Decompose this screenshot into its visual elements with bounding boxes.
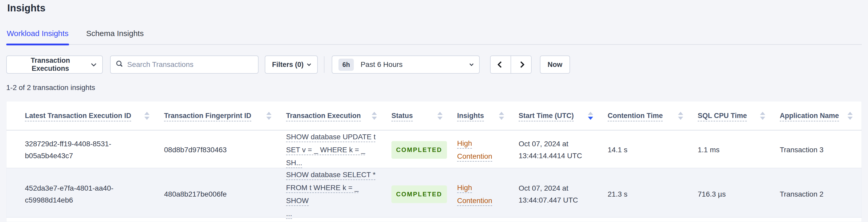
sort-icon: [678, 112, 683, 120]
insight-link-high-contention[interactable]: High Contention: [457, 181, 504, 207]
insight-link-high-contention[interactable]: High Contention: [457, 137, 504, 163]
toolbar: Transaction Executions Filters (0) 6h Pa…: [6, 56, 862, 74]
insights-table-card: Latest Transaction Execution ID Transact…: [6, 101, 862, 222]
search-box: [110, 56, 258, 74]
chevron-down-icon: [307, 62, 311, 66]
contention-time: 14.1 s: [608, 144, 698, 156]
time-step-buttons: [490, 56, 532, 74]
time-range-label: Past 6 Hours: [361, 60, 403, 69]
sort-icon: [499, 112, 504, 120]
transaction-fingerprint-id: 08d8b7d97f830463: [164, 144, 286, 156]
contention-time: 21.3 s: [608, 188, 698, 200]
tab-schema-insights[interactable]: Schema Insights: [86, 28, 144, 44]
application-name: Transaction 3: [780, 144, 855, 156]
latest-transaction-execution-id: 452da3e7-e7fa-4801-aa40-c59988d14eb6: [25, 182, 164, 206]
tab-workload-insights[interactable]: Workload Insights: [6, 28, 69, 44]
table-header-row: Latest Transaction Execution ID Transact…: [6, 101, 862, 130]
time-range-picker[interactable]: 6h Past 6 Hours: [332, 56, 480, 74]
start-time: Oct 07, 2024 at 13:44:07.447 UTC: [519, 182, 608, 206]
transaction-execution-link[interactable]: SHOW database UPDATE t SET v = _ WHERE k…: [286, 130, 377, 169]
results-summary: 1-2 of 2 transaction insights: [6, 84, 95, 92]
sort-icon: [372, 112, 377, 120]
column-header-application-name[interactable]: Application Name: [780, 112, 855, 120]
column-header-start-time[interactable]: Start Time (UTC): [519, 112, 608, 120]
sort-icon: [847, 112, 853, 120]
transaction-type-label: Transaction Executions: [13, 57, 87, 73]
table-row: 452da3e7-e7fa-4801-aa40-c59988d14eb6 480…: [6, 168, 862, 218]
filters-label: Filters (0): [272, 61, 304, 69]
tab-bar: Workload Insights Schema Insights: [6, 28, 862, 45]
time-range-badge: 6h: [339, 59, 354, 71]
transaction-execution-link[interactable]: SHOW database SELECT * FROM t WHERE k = …: [286, 168, 377, 220]
column-header-contention-time[interactable]: Contention Time: [608, 112, 698, 120]
column-header-latest-transaction-execution-id[interactable]: Latest Transaction Execution ID: [25, 112, 164, 120]
sort-icon: [266, 112, 272, 120]
table-row: 328729d2-ff19-4408-8531-b05a5b4e43c7 08d…: [6, 130, 862, 168]
chevron-down-icon: [470, 62, 474, 66]
transaction-type-dropdown[interactable]: Transaction Executions: [6, 56, 103, 74]
chevron-down-icon: [91, 61, 96, 66]
column-header-sql-cpu-time[interactable]: SQL CPU Time: [698, 112, 780, 120]
column-header-transaction-fingerprint-id[interactable]: Transaction Fingerprint ID: [164, 112, 286, 120]
sort-icon: [144, 112, 150, 120]
transaction-fingerprint-id: 480a8b217be006fe: [164, 188, 286, 200]
column-header-transaction-execution[interactable]: Transaction Execution: [286, 112, 392, 120]
sql-cpu-time: 1.1 ms: [698, 144, 780, 156]
sort-icon: [760, 112, 765, 120]
time-next-button[interactable]: [510, 56, 531, 73]
time-prev-button[interactable]: [491, 56, 510, 73]
sort-icon: [437, 112, 442, 120]
search-icon: [116, 61, 122, 66]
start-time: Oct 07, 2024 at 13:44:14.4414 UTC: [519, 138, 608, 162]
insights-page: Insights Workload Insights Schema Insigh…: [0, 0, 868, 222]
search-input[interactable]: [111, 56, 258, 73]
toolbar-divider: [324, 56, 324, 73]
now-button[interactable]: Now: [540, 56, 570, 74]
sort-icon: [588, 112, 593, 120]
latest-transaction-execution-id: 328729d2-ff19-4408-8531-b05a5b4e43c7: [25, 138, 164, 162]
status-badge: COMPLETED: [392, 185, 447, 203]
column-header-status[interactable]: Status: [392, 112, 457, 120]
chevron-right-icon: [518, 61, 524, 68]
chevron-left-icon: [497, 61, 504, 68]
page-title: Insights: [7, 3, 45, 14]
column-header-insights[interactable]: Insights: [457, 112, 519, 120]
status-badge: COMPLETED: [392, 141, 447, 159]
filters-button[interactable]: Filters (0): [265, 56, 318, 74]
sql-cpu-time: 716.3 µs: [698, 188, 780, 200]
application-name: Transaction 2: [780, 188, 855, 200]
